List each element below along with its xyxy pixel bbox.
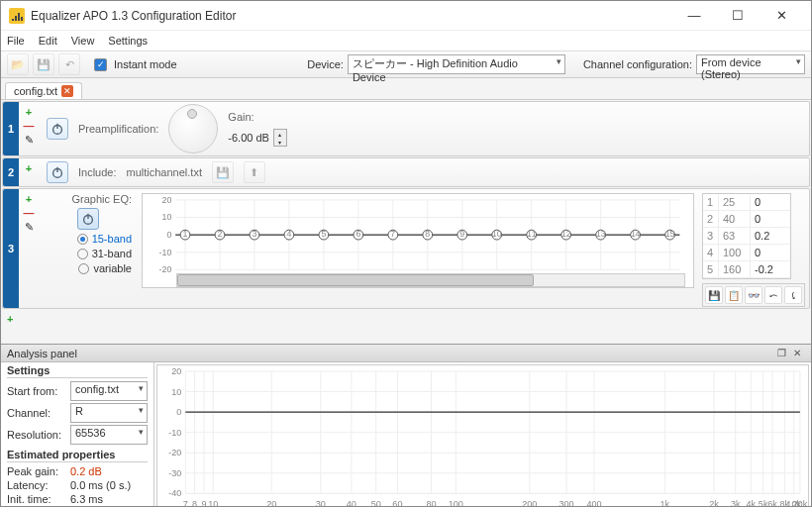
instant-mode-label: Instant mode xyxy=(114,58,177,70)
open-button[interactable]: 📂 xyxy=(7,53,29,75)
remove-icon[interactable]: — xyxy=(24,207,35,219)
analysis-settings: Settings Start from:config.txt Channel:R… xyxy=(1,362,154,507)
close-button[interactable]: ✕ xyxy=(760,2,803,30)
device-select[interactable]: スピーカー - High Definition Audio Device xyxy=(348,54,565,74)
clipboard-icon[interactable]: 📋 xyxy=(725,286,743,304)
block-number: 1 xyxy=(3,102,19,155)
block-graphic-eq: 3 + — ✎ Graphic EQ: 15-band 31-band vari… xyxy=(2,188,810,309)
radio-variable[interactable]: variable xyxy=(78,262,132,274)
channel-config-label: Channel configuration: xyxy=(583,58,692,70)
power-toggle[interactable] xyxy=(47,118,68,140)
svg-text:-40: -40 xyxy=(168,488,181,498)
svg-text:40: 40 xyxy=(347,499,356,507)
instant-mode-checkbox[interactable]: ✓ xyxy=(94,58,107,71)
edit-icon[interactable]: ✎ xyxy=(25,221,34,234)
svg-text:12: 12 xyxy=(561,229,571,239)
app-icon xyxy=(9,8,25,24)
add-icon[interactable]: + xyxy=(26,162,32,174)
block-number: 3 xyxy=(3,189,19,308)
svg-text:9: 9 xyxy=(201,499,206,507)
svg-text:20: 20 xyxy=(161,195,171,205)
close-panel-icon[interactable]: ✕ xyxy=(789,347,805,360)
menu-settings[interactable]: Settings xyxy=(108,35,148,47)
gain-spinner[interactable]: ▴▾ xyxy=(273,129,287,147)
close-tab-icon[interactable]: ✕ xyxy=(61,85,73,97)
block-controls: + — ✎ xyxy=(19,189,39,308)
svg-text:5: 5 xyxy=(321,229,326,239)
tab-config[interactable]: config.txt ✕ xyxy=(5,82,82,99)
add-block-row: + xyxy=(1,310,811,328)
block-controls: + xyxy=(19,158,39,186)
gain-label: Gain: xyxy=(228,111,287,123)
eq-chart[interactable]: 20100-10-2012524036341005160625074008630… xyxy=(142,193,694,288)
eq-scrollbar[interactable] xyxy=(176,273,685,287)
menu-view[interactable]: View xyxy=(71,35,95,47)
svg-text:50: 50 xyxy=(371,499,381,507)
edit-icon[interactable]: ✎ xyxy=(25,134,34,147)
block-preamp: 1 + — ✎ Preamplification: Gain: -6.00 dB… xyxy=(2,101,810,156)
maximize-button[interactable]: ☐ xyxy=(716,2,760,30)
add-icon[interactable]: + xyxy=(26,193,32,205)
svg-text:200: 200 xyxy=(522,499,537,507)
remove-icon[interactable]: — xyxy=(24,120,35,132)
svg-text:400: 400 xyxy=(586,499,601,507)
svg-text:10: 10 xyxy=(492,229,502,239)
channel-config-select[interactable]: From device (Stereo) xyxy=(696,54,805,74)
svg-text:9: 9 xyxy=(459,229,464,239)
svg-text:4: 4 xyxy=(286,229,291,239)
preamp-label: Preamplification: xyxy=(78,123,158,135)
titlebar: Equalizer APO 1.3 Configuration Editor —… xyxy=(1,1,811,31)
start-from-select[interactable]: config.txt xyxy=(70,381,148,401)
undo-button[interactable]: ↶ xyxy=(58,53,80,75)
link-icon[interactable]: 👓 xyxy=(745,286,762,304)
block-number: 2 xyxy=(3,158,19,186)
power-toggle[interactable] xyxy=(77,208,99,230)
undock-icon[interactable]: ❐ xyxy=(773,347,789,360)
eq-options: Graphic EQ: 15-band 31-band variable xyxy=(39,189,138,308)
svg-text:10: 10 xyxy=(161,212,171,222)
tabbar: config.txt ✕ xyxy=(1,78,811,100)
svg-text:4k: 4k xyxy=(746,499,756,507)
svg-text:60: 60 xyxy=(392,499,402,507)
workarea: 1 + — ✎ Preamplification: Gain: -6.00 dB… xyxy=(1,100,811,344)
init-time-value: 6.3 ms xyxy=(70,493,103,505)
svg-text:2: 2 xyxy=(218,229,223,239)
add-icon[interactable]: + xyxy=(26,106,32,118)
resolution-select[interactable]: 65536 xyxy=(70,425,148,445)
radio-15band[interactable]: 15-band xyxy=(77,233,132,245)
latency-value: 0.0 ms (0 s.) xyxy=(70,479,131,491)
svg-text:-10: -10 xyxy=(159,248,172,257)
save-icon[interactable]: 💾 xyxy=(705,286,723,304)
add-block-icon[interactable]: + xyxy=(7,313,13,325)
svg-text:0: 0 xyxy=(176,407,181,417)
menu-edit[interactable]: Edit xyxy=(39,35,57,47)
svg-text:10: 10 xyxy=(171,387,181,397)
minimize-button[interactable]: — xyxy=(672,2,716,30)
save-include-button[interactable]: 💾 xyxy=(212,161,234,183)
eq-value-table[interactable]: 125024003630.2410005160-0.2 xyxy=(702,193,791,279)
invert-icon[interactable]: ⤹ xyxy=(784,286,802,304)
power-toggle[interactable] xyxy=(47,161,68,183)
gain-value: -6.00 dB xyxy=(228,132,269,144)
svg-text:1: 1 xyxy=(183,229,188,239)
svg-text:7: 7 xyxy=(390,229,395,239)
save-button[interactable]: 💾 xyxy=(33,53,54,75)
channel-select[interactable]: R xyxy=(70,403,148,423)
gain-knob[interactable] xyxy=(168,104,218,153)
svg-text:-20: -20 xyxy=(168,448,181,457)
svg-text:-20: -20 xyxy=(159,264,172,274)
svg-text:8: 8 xyxy=(425,229,430,239)
svg-text:8: 8 xyxy=(192,499,197,507)
eq-label: Graphic EQ: xyxy=(71,193,132,205)
svg-text:20: 20 xyxy=(171,366,181,376)
include-label: Include: xyxy=(78,166,117,178)
reset-icon[interactable]: ⤺ xyxy=(764,286,782,304)
svg-text:15: 15 xyxy=(665,229,675,239)
radio-31band[interactable]: 31-band xyxy=(77,248,132,259)
up-button[interactable]: ⬆ xyxy=(244,161,265,183)
menu-file[interactable]: File xyxy=(7,35,25,47)
svg-text:3k: 3k xyxy=(731,499,741,507)
peak-gain-value: 0.2 dB xyxy=(70,465,102,477)
svg-text:6: 6 xyxy=(355,229,360,239)
analysis-chart[interactable]: 20100-10-20-30-4078910203040506080100200… xyxy=(156,364,809,507)
